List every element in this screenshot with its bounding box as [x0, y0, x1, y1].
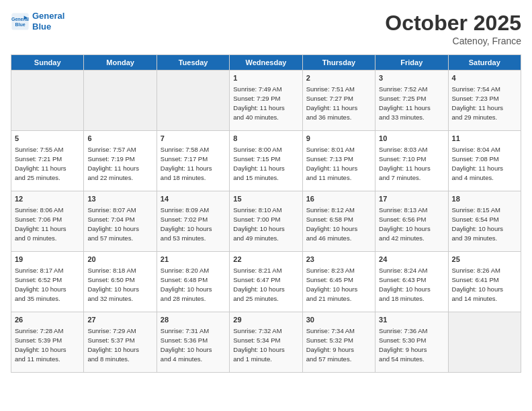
day-info: Sunrise: 7:32 AM Sunset: 5:34 PM Dayligh… [233, 327, 285, 363]
day-number: 4 [452, 73, 517, 83]
day-cell: 24Sunrise: 8:24 AM Sunset: 6:43 PM Dayli… [375, 252, 448, 312]
day-number: 16 [306, 194, 371, 204]
day-cell: 18Sunrise: 8:15 AM Sunset: 6:54 PM Dayli… [448, 191, 521, 252]
day-number: 26 [15, 315, 80, 325]
day-number: 11 [452, 134, 517, 144]
day-cell: 2Sunrise: 7:51 AM Sunset: 7:27 PM Daylig… [302, 71, 375, 131]
day-number: 6 [87, 134, 152, 144]
day-info: Sunrise: 7:28 AM Sunset: 5:39 PM Dayligh… [15, 327, 66, 363]
day-info: Sunrise: 8:00 AM Sunset: 7:15 PM Dayligh… [233, 146, 285, 181]
header-saturday: Saturday [448, 55, 521, 71]
day-number: 20 [87, 255, 152, 265]
day-info: Sunrise: 7:34 AM Sunset: 5:32 PM Dayligh… [306, 327, 355, 363]
day-cell: 16Sunrise: 8:12 AM Sunset: 6:58 PM Dayli… [302, 191, 375, 252]
day-cell: 11Sunrise: 8:04 AM Sunset: 7:08 PM Dayli… [448, 131, 521, 191]
day-cell: 8Sunrise: 8:00 AM Sunset: 7:15 PM Daylig… [230, 131, 302, 191]
day-info: Sunrise: 7:29 AM Sunset: 5:37 PM Dayligh… [87, 327, 139, 363]
svg-rect-0 [11, 13, 28, 30]
day-info: Sunrise: 8:04 AM Sunset: 7:08 PM Dayligh… [452, 146, 504, 181]
header-wednesday: Wednesday [230, 55, 302, 71]
day-info: Sunrise: 8:23 AM Sunset: 6:45 PM Dayligh… [306, 267, 358, 302]
day-number: 24 [379, 255, 444, 265]
day-cell: 6Sunrise: 7:57 AM Sunset: 7:19 PM Daylig… [84, 131, 157, 191]
day-number: 29 [233, 315, 298, 325]
day-cell: 7Sunrise: 7:58 AM Sunset: 7:17 PM Daylig… [157, 131, 229, 191]
day-cell: 31Sunrise: 7:36 AM Sunset: 5:30 PM Dayli… [375, 312, 448, 373]
day-cell: 26Sunrise: 7:28 AM Sunset: 5:39 PM Dayli… [11, 312, 84, 373]
day-number: 30 [306, 315, 371, 325]
header-row: SundayMondayTuesdayWednesdayThursdayFrid… [11, 55, 521, 71]
day-info: Sunrise: 8:15 AM Sunset: 6:54 PM Dayligh… [452, 206, 504, 242]
week-row-3: 12Sunrise: 8:06 AM Sunset: 7:06 PM Dayli… [11, 191, 521, 252]
day-info: Sunrise: 7:36 AM Sunset: 5:30 PM Dayligh… [379, 327, 427, 363]
day-number: 3 [379, 73, 444, 83]
day-info: Sunrise: 8:21 AM Sunset: 6:47 PM Dayligh… [233, 267, 285, 302]
title-block: October 2025 Catenoy, France [385, 11, 521, 46]
day-info: Sunrise: 8:13 AM Sunset: 6:56 PM Dayligh… [379, 206, 431, 242]
day-info: Sunrise: 7:55 AM Sunset: 7:21 PM Dayligh… [15, 146, 66, 181]
day-info: Sunrise: 7:58 AM Sunset: 7:17 PM Dayligh… [161, 146, 212, 181]
header-tuesday: Tuesday [157, 55, 229, 71]
day-number: 14 [161, 194, 226, 204]
day-cell [11, 71, 84, 131]
day-number: 13 [87, 194, 152, 204]
week-row-1: 1Sunrise: 7:49 AM Sunset: 7:29 PM Daylig… [11, 71, 521, 131]
day-cell: 28Sunrise: 7:31 AM Sunset: 5:36 PM Dayli… [157, 312, 229, 373]
day-number: 25 [452, 255, 517, 265]
day-number: 21 [161, 255, 226, 265]
day-info: Sunrise: 7:57 AM Sunset: 7:19 PM Dayligh… [87, 146, 139, 181]
day-number: 5 [15, 134, 80, 144]
day-info: Sunrise: 8:26 AM Sunset: 6:41 PM Dayligh… [452, 267, 504, 302]
logo-line1: General [32, 11, 64, 21]
day-cell: 15Sunrise: 8:10 AM Sunset: 7:00 PM Dayli… [230, 191, 302, 252]
day-info: Sunrise: 8:09 AM Sunset: 7:02 PM Dayligh… [161, 206, 212, 242]
day-cell: 14Sunrise: 8:09 AM Sunset: 7:02 PM Dayli… [157, 191, 229, 252]
day-cell [157, 71, 229, 131]
day-cell: 1Sunrise: 7:49 AM Sunset: 7:29 PM Daylig… [230, 71, 302, 131]
svg-text:Blue: Blue [15, 22, 25, 27]
day-number: 2 [306, 73, 371, 83]
day-cell [448, 312, 521, 373]
header-sunday: Sunday [11, 55, 84, 71]
logo: General Blue General Blue [11, 11, 64, 32]
day-cell: 25Sunrise: 8:26 AM Sunset: 6:41 PM Dayli… [448, 252, 521, 312]
header-friday: Friday [375, 55, 448, 71]
day-number: 23 [306, 255, 371, 265]
day-cell: 10Sunrise: 8:03 AM Sunset: 7:10 PM Dayli… [375, 131, 448, 191]
day-cell: 4Sunrise: 7:54 AM Sunset: 7:23 PM Daylig… [448, 71, 521, 131]
day-info: Sunrise: 8:03 AM Sunset: 7:10 PM Dayligh… [379, 146, 431, 181]
day-cell: 27Sunrise: 7:29 AM Sunset: 5:37 PM Dayli… [84, 312, 157, 373]
logo-icon: General Blue [11, 12, 30, 31]
day-cell: 22Sunrise: 8:21 AM Sunset: 6:47 PM Dayli… [230, 252, 302, 312]
day-number: 22 [233, 255, 298, 265]
day-cell: 17Sunrise: 8:13 AM Sunset: 6:56 PM Dayli… [375, 191, 448, 252]
day-info: Sunrise: 7:31 AM Sunset: 5:36 PM Dayligh… [161, 327, 212, 363]
day-number: 15 [233, 194, 298, 204]
day-info: Sunrise: 8:18 AM Sunset: 6:50 PM Dayligh… [87, 267, 139, 302]
logo-line2: Blue [32, 21, 64, 32]
day-number: 18 [452, 194, 517, 204]
day-info: Sunrise: 7:49 AM Sunset: 7:29 PM Dayligh… [233, 85, 285, 121]
week-row-5: 26Sunrise: 7:28 AM Sunset: 5:39 PM Dayli… [11, 312, 521, 373]
day-cell: 9Sunrise: 8:01 AM Sunset: 7:13 PM Daylig… [302, 131, 375, 191]
day-info: Sunrise: 8:20 AM Sunset: 6:48 PM Dayligh… [161, 267, 212, 302]
header-monday: Monday [84, 55, 157, 71]
day-number: 28 [161, 315, 226, 325]
day-info: Sunrise: 7:54 AM Sunset: 7:23 PM Dayligh… [452, 85, 504, 121]
day-cell: 20Sunrise: 8:18 AM Sunset: 6:50 PM Dayli… [84, 252, 157, 312]
day-number: 12 [15, 194, 80, 204]
day-info: Sunrise: 7:51 AM Sunset: 7:27 PM Dayligh… [306, 85, 358, 121]
day-info: Sunrise: 8:01 AM Sunset: 7:13 PM Dayligh… [306, 146, 358, 181]
location: Catenoy, France [385, 36, 521, 46]
header-thursday: Thursday [302, 55, 375, 71]
day-cell: 13Sunrise: 8:07 AM Sunset: 7:04 PM Dayli… [84, 191, 157, 252]
week-row-4: 19Sunrise: 8:17 AM Sunset: 6:52 PM Dayli… [11, 252, 521, 312]
day-number: 31 [379, 315, 444, 325]
day-cell: 23Sunrise: 8:23 AM Sunset: 6:45 PM Dayli… [302, 252, 375, 312]
day-number: 19 [15, 255, 80, 265]
day-info: Sunrise: 8:07 AM Sunset: 7:04 PM Dayligh… [87, 206, 139, 242]
week-row-2: 5Sunrise: 7:55 AM Sunset: 7:21 PM Daylig… [11, 131, 521, 191]
day-cell [84, 71, 157, 131]
day-cell: 12Sunrise: 8:06 AM Sunset: 7:06 PM Dayli… [11, 191, 84, 252]
day-number: 27 [87, 315, 152, 325]
